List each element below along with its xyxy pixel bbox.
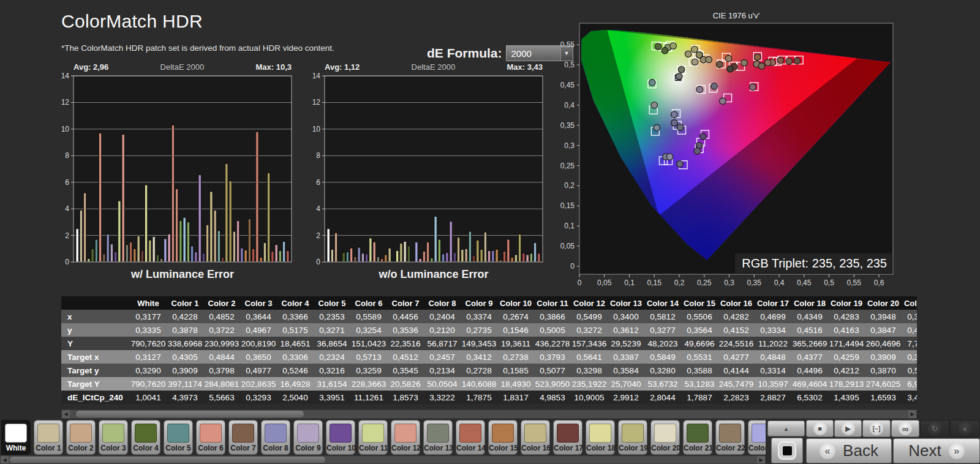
continuous-measure-button[interactable]: ∞ [891,420,919,437]
patch-swatch-color-6[interactable]: Color 6 [196,420,225,455]
table-scroll-right-icon[interactable]: ▶ [908,410,916,418]
table-cell: 0,4967 [240,323,277,337]
record-button[interactable]: ● [950,420,980,437]
patch-swatch-color-7[interactable]: Color 7 [228,420,258,455]
swatch-color-patch [752,424,766,443]
patch-swatch-color-19[interactable]: Color 19 [618,420,647,455]
swatch-color-patch [589,424,611,443]
table-cell: 0,3909 [865,350,902,364]
table-cell: 4,9853 [534,391,571,404]
pattern-stop-button[interactable] [771,438,803,463]
patch-swatch-color-16[interactable]: Color 16 [521,420,550,455]
page-title: ColorMatch HDR [61,11,203,32]
stop-icon: ■ [813,422,827,435]
y-axis-tick-label: 12 [312,98,321,107]
patch-swatch-color-20[interactable]: Color 20 [650,420,680,455]
table-cell: 10,3597 [755,377,791,391]
swatch-label: Color 9 [294,444,322,452]
patch-swatch-color-13[interactable]: Color 13 [423,420,453,455]
swatch-scrollbar[interactable]: ◀ ▶ [0,455,766,464]
measured-point-marker [725,55,732,62]
patch-swatch-white[interactable]: White [1,420,31,455]
table-cell: 5,5663 [203,391,240,404]
swatch-label: Color 12 [391,444,420,452]
table-cell: 0,5005 [534,323,571,337]
table-cell: 178,2913 [828,377,865,391]
y-axis-tick-label: 0,55 [560,40,575,49]
table-column-header: Color 11 [534,296,571,310]
patch-swatch-color-10[interactable]: Color 10 [326,420,355,455]
patch-swatch-color-21[interactable]: Color 21 [683,420,712,455]
table-cell: 0,3722 [203,323,240,337]
x-axis-tick-label: 0,3 [724,279,734,287]
patch-swatch-color-4[interactable]: Color 4 [131,420,160,455]
patch-swatch-color-1[interactable]: Color 1 [34,420,63,455]
swatch-scroll-right-icon[interactable]: ▶ [757,456,765,463]
table-cell: 29,5239 [608,337,644,350]
delta-e-bar [465,249,467,262]
chevron-right-icon: » [949,443,965,459]
delta-e-bar [526,255,529,262]
next-button[interactable]: Next » [893,438,980,463]
stop-button[interactable]: ■ [806,420,834,437]
x-axis-tick-label: 0,35 [747,279,762,287]
patch-swatch-color-3[interactable]: Color 3 [99,420,128,455]
swatch-color-patch [362,424,384,443]
table-cell: 0,3584 [608,364,644,377]
pattern-window-button[interactable]: [−] [862,420,891,437]
swatch-color-patch [5,424,27,443]
patch-swatch-color-12[interactable]: Color 12 [391,420,420,455]
swatch-label: Color 15 [489,444,517,452]
table-scrollbar-track[interactable] [70,410,908,418]
y-axis-tick-label: 2 [65,231,69,240]
patch-swatch-color-14[interactable]: Color 14 [456,420,485,455]
table-cell: 0,2735 [461,323,497,337]
patch-swatch-color-2[interactable]: Color 2 [66,420,96,455]
table-cell: 469,4604 [791,377,828,391]
table-column-header: Color 6 [350,296,387,310]
table-cell: 0,3127 [130,350,167,364]
measured-point-marker [711,83,718,90]
table-cell: 0,3588 [681,364,718,377]
delta-e-bar [396,251,399,262]
table-scrollbar-thumb[interactable] [76,411,304,417]
table-column-header: Color 2 [203,296,240,310]
patch-swatch-color-11[interactable]: Color 11 [358,420,388,455]
table-cell: 31,6154 [314,377,350,391]
left-chart-formula: DeltaE 2000 [160,62,205,72]
patch-swatch-color-17[interactable]: Color 17 [553,420,582,455]
patch-swatch-color-8[interactable]: Color 8 [261,420,290,455]
delta-e-bar [172,125,174,262]
delta-e-bar [361,253,364,262]
table-cell: 0,2457 [424,350,461,364]
play-button[interactable]: ▶ [834,420,862,437]
delta-e-chart-without-luminance: 02468101214 [306,72,545,269]
measured-point-marker [692,59,698,65]
patch-swatch-color-23[interactable]: Color 23 [748,420,766,455]
swatch-scrollbar-track[interactable] [9,456,757,463]
table-cell: 151,0423 [350,337,387,350]
chart-plot-background [74,76,292,262]
y-axis-tick-label: 0,05 [560,242,575,250]
table-cell: 790,7620 [130,377,167,391]
patch-swatch-color-5[interactable]: Color 5 [164,420,193,455]
table-scroll-left-icon[interactable]: ◀ [62,410,70,418]
y-axis-tick-label: 0 [570,262,575,271]
sync-button[interactable]: ↻ [920,420,949,437]
patch-swatch-color-15[interactable]: Color 15 [488,420,518,455]
table-cell: 0,4516 [791,323,828,337]
swatch-scroll-left-icon[interactable]: ◀ [1,456,9,463]
patch-swatch-color-9[interactable]: Color 9 [293,420,323,455]
patch-swatch-color-22[interactable]: Color 22 [715,420,745,455]
back-button[interactable]: « Back [806,438,892,463]
table-scrollbar[interactable]: ◀ ▶ [61,410,917,419]
delta-e-bar [103,254,105,262]
swatch-scrollbar-thumb[interactable] [10,457,325,463]
patch-swatch-color-18[interactable]: Color 18 [586,420,615,455]
measured-point-marker [706,56,712,63]
delta-e-bar [222,257,224,262]
table-column-header: Color 10 [497,296,534,310]
delta-e-bar [183,217,186,262]
swatch-label: Color 1 [34,444,62,452]
swatch-scroll-up-button[interactable]: ▲ [767,421,805,436]
